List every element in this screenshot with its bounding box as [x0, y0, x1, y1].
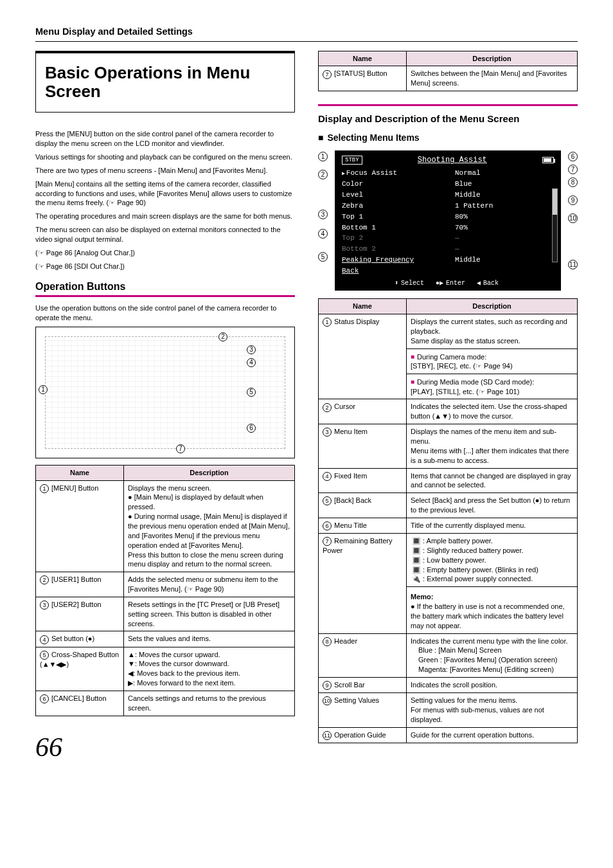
scroll-bar[interactable]: [552, 188, 558, 262]
scroll-thumb[interactable]: [553, 189, 557, 215]
row-name: Cursor: [334, 402, 355, 410]
table-row: 9Scroll Bar Indicates the scroll positio…: [319, 677, 578, 692]
row-desc: Sets the values and items.: [124, 631, 295, 647]
ext-callout-9: 9: [568, 195, 578, 205]
menu-screen: STBY Shooting Assist Focus Assist Color …: [335, 150, 561, 291]
intro-paragraph: There are two types of menu screens - [M…: [35, 166, 295, 176]
menu-value: Middle: [455, 190, 554, 201]
memo-label: Memo:: [411, 592, 573, 602]
row-desc: Indicates the selected item. Use the cro…: [407, 399, 578, 424]
sub-body: [STBY], [REC], etc. (☞ Page 94): [411, 362, 513, 370]
operation-guide-footer: ⬍Select ●▶Enter ◀Back: [341, 276, 555, 288]
row-desc: Displays the menu screen. ● [Main Menu] …: [124, 480, 295, 572]
menu-item[interactable]: Color: [342, 179, 441, 190]
intro-paragraph: The operating procedures and main screen…: [35, 212, 295, 221]
menu-back-item[interactable]: Back: [342, 266, 441, 276]
row-name: Set button (●): [51, 635, 94, 642]
menu-item-disabled: Bottom 2: [342, 244, 441, 255]
row-num: 6: [323, 521, 332, 530]
menu-item[interactable]: Level: [342, 190, 441, 201]
operation-buttons-heading: Operation Buttons: [35, 280, 295, 294]
menu-item[interactable]: Top 1: [342, 212, 441, 222]
ext-callout-8: 8: [568, 177, 578, 187]
menu-value: Blue: [455, 179, 554, 190]
row-num: 5: [323, 496, 332, 505]
row-name: [USER2] Button: [51, 601, 102, 608]
row-desc: Select [Back] and press the Set button (…: [407, 493, 578, 518]
page-number: 66: [35, 729, 295, 766]
ext-callout-3: 3: [318, 210, 328, 219]
menu-item[interactable]: Bottom 1: [342, 222, 441, 233]
table-col-name: Name: [319, 299, 407, 314]
menu-value: Middle: [455, 255, 554, 266]
menu-item-disabled: Top 2: [342, 233, 441, 244]
row-desc: Displays the current states, such as rec…: [407, 314, 578, 349]
menu-item[interactable]: Peaking Frequency: [342, 255, 441, 266]
table-row: 5[Back] Back Select [Back] and press the…: [319, 493, 578, 518]
row-desc-memo: Memo: ● If the battery in use is not a r…: [407, 587, 578, 633]
row-name: Menu Title: [334, 521, 367, 529]
intro-ref: (☞ Page 86 [Analog Out Char.]): [35, 248, 295, 258]
screen-desc-table: Name Description 1Status Display Display…: [318, 298, 578, 743]
table-col-desc: Description: [124, 465, 295, 480]
row-name: Scroll Bar: [334, 681, 365, 689]
menu-item[interactable]: Focus Assist: [342, 168, 441, 179]
subheading-underline: [35, 295, 295, 297]
table-row: 1Status Display Displays the current sta…: [319, 314, 578, 349]
table-row: 10Setting Values Setting values for the …: [319, 693, 578, 728]
guide-select: ⬍Select: [395, 280, 427, 287]
callout-3: 3: [247, 345, 256, 354]
table-col-name: Name: [36, 465, 124, 480]
table-row: 2Cursor Indicates the selected item. Use…: [319, 399, 578, 424]
control-panel-diagram: 1 2 3 4 5 6 7: [35, 327, 295, 458]
table-row: 7Remaining Battery Power 🔳 : Ample batte…: [319, 533, 578, 586]
menu-title: Shooting Assist: [362, 155, 542, 165]
row-desc: Switches between the [Main Menu] and [Fa…: [407, 66, 578, 91]
row-num: 5: [40, 651, 49, 660]
operation-buttons-table: Name Description 1[MENU] Button Displays…: [35, 465, 295, 716]
row-desc: Displays the names of the menu item and …: [407, 424, 578, 468]
menu-value: 80%: [455, 212, 554, 222]
row-name: Operation Guide: [334, 731, 386, 739]
menu-item[interactable]: Zebra: [342, 201, 441, 212]
row-num: 1: [323, 318, 332, 327]
ext-callout-10: 10: [568, 213, 578, 223]
row-name: [Back] Back: [334, 496, 371, 504]
table-row: 2[USER1] Button Adds the selected menu o…: [36, 572, 295, 597]
table-row: 6[CANCEL] Button Cancels settings and re…: [36, 691, 295, 716]
row-name: [USER1] Button: [51, 575, 102, 583]
row-name: Remaining Battery Power: [323, 537, 393, 554]
menu-value-disabled: —: [455, 233, 554, 244]
row-desc: Title of the currently displayed menu.: [407, 518, 578, 533]
ext-callout-5: 5: [318, 252, 328, 262]
guide-back: ◀Back: [477, 280, 501, 287]
table-row: 11Operation Guide Guide for the current …: [319, 727, 578, 743]
status-indicator: STBY: [342, 156, 362, 165]
intro-paragraph: The menu screen can also be displayed on…: [35, 225, 295, 244]
row-num: 2: [40, 575, 49, 584]
title-box: Basic Operations in Menu Screen: [35, 51, 295, 113]
row-desc-sub: ■During Media mode (SD Card mode): [PLAY…: [407, 374, 578, 399]
ext-callout-4: 4: [318, 229, 328, 239]
table-col-desc: Description: [407, 51, 578, 66]
intro-ref: (☞ Page 86 [SDI Out Char.]): [35, 262, 295, 271]
guide-enter: ●▶Enter: [436, 280, 468, 287]
row-num: 7: [323, 70, 332, 79]
table-row: 8Header Indicates the current menu type …: [319, 633, 578, 677]
row-name: Menu Item: [334, 428, 368, 435]
row-num: 7: [323, 537, 332, 546]
row-desc: Items that cannot be changed are display…: [407, 468, 578, 493]
row-desc: Adds the selected menu or submenu item t…: [124, 572, 295, 597]
table-row: 7[STATUS] Button Switches between the [M…: [319, 66, 578, 91]
intro-paragraph: [Main Menu] contains all the setting ite…: [35, 179, 295, 208]
square-icon: ■: [411, 353, 414, 360]
menu-value: Normal: [455, 168, 554, 179]
row-desc: Resets settings in the [TC Preset] or [U…: [124, 597, 295, 631]
battery-icon: [542, 157, 554, 163]
ext-callout-1: 1: [318, 152, 328, 161]
row-name: [STATUS] Button: [334, 69, 387, 77]
table-row: 3Menu Item Displays the names of the men…: [319, 424, 578, 468]
menu-value: 1 Pattern: [455, 201, 554, 212]
table-col-name: Name: [319, 51, 407, 66]
row-name: Status Display: [334, 318, 379, 325]
